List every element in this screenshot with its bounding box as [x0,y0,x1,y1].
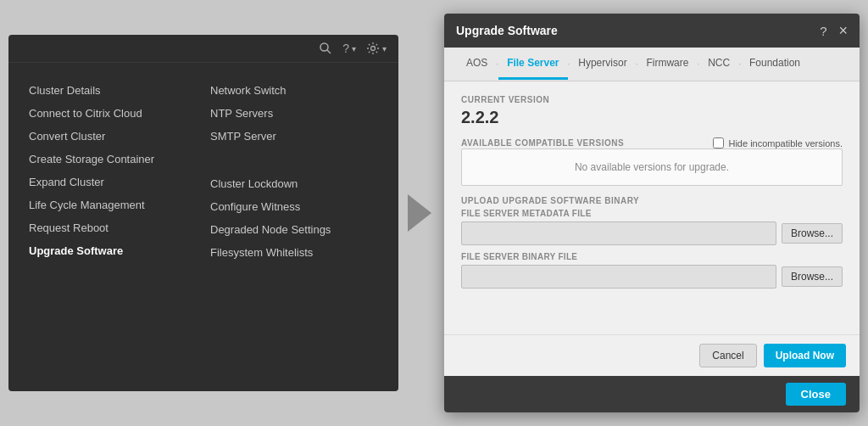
dialog-help-button[interactable]: ? [820,24,826,38]
upgrade-software-dialog: Upgrade Software ? × AOS · File Server ·… [444,14,860,412]
metadata-file-input-row: Browse... [461,221,843,245]
sidebar-toolbar: ? ▾ ▾ [8,35,398,63]
svg-point-0 [320,43,328,51]
tab-hypervisor[interactable]: Hypervisor [570,48,635,80]
dialog-close-button[interactable]: × [838,22,848,40]
menu-item-create-storage[interactable]: Create Storage Container [22,149,203,170]
hide-incompatible-text: Hide incompatible versions. [728,138,843,149]
menu-item-smtp-server[interactable]: SMTP Server [203,126,385,147]
menu-item-configure-witness[interactable]: Configure Witness [203,196,385,217]
close-button[interactable]: Close [786,383,846,406]
available-versions-section: AVAILABLE COMPATIBLE VERSIONS Hide incom… [461,137,843,186]
metadata-browse-button[interactable]: Browse... [782,223,843,244]
menu-item-degraded-node[interactable]: Degraded Node Settings [203,219,385,240]
current-version-section: CURRENT VERSION 2.2.2 [461,95,843,127]
right-arrow [408,194,431,232]
upload-now-button[interactable]: Upload Now [764,344,846,367]
binary-browse-button[interactable]: Browse... [782,266,843,287]
binary-file-input-row: Browse... [461,265,843,289]
metadata-file-label: FILE SERVER METADATA FILE [461,209,843,218]
dialog-header: Upgrade Software ? × [444,14,860,48]
tab-ncc[interactable]: NCC [699,48,738,80]
metadata-file-input[interactable] [461,221,776,245]
cancel-button[interactable]: Cancel [699,344,756,367]
binary-file-input[interactable] [461,265,776,289]
arrow-indicator [398,35,441,391]
menu-item-upgrade-software[interactable]: Upgrade Software [22,240,203,261]
no-versions-text: No available versions for upgrade. [575,161,729,173]
metadata-file-group: FILE SERVER METADATA FILE Browse... [461,209,843,245]
help-icon[interactable]: ? ▾ [342,42,356,55]
current-version-value: 2.2.2 [461,108,843,127]
hide-incompatible-input[interactable] [713,137,724,149]
menu-item-connect-citrix[interactable]: Connect to Citrix Cloud [22,103,203,124]
dialog-body: CURRENT VERSION 2.2.2 AVAILABLE COMPATIB… [444,81,860,334]
sidebar-menu: ? ▾ ▾ Cluster Details Connect to Citrix … [8,35,398,391]
no-versions-box: No available versions for upgrade. [461,149,843,186]
search-icon[interactable] [319,42,332,55]
svg-point-2 [371,47,376,51]
current-version-label: CURRENT VERSION [461,95,843,104]
menu-item-cluster-lockdown[interactable]: Cluster Lockdown [203,173,385,194]
menu-item-expand-cluster[interactable]: Expand Cluster [22,171,203,193]
tab-file-server[interactable]: File Server [498,48,567,80]
menu-item-convert-cluster[interactable]: Convert Cluster [22,126,203,147]
menu-item-placeholder [203,149,385,171]
svg-line-1 [327,50,331,53]
menu-col-right: Network Switch NTP Servers SMTP Server C… [203,80,385,374]
menu-item-filesystem[interactable]: Filesystem Whitelists [203,242,385,263]
menu-item-network-switch[interactable]: Network Switch [203,80,385,101]
tab-aos[interactable]: AOS [458,48,496,80]
hide-incompatible-checkbox[interactable]: Hide incompatible versions. [713,137,843,149]
dialog-footer: Cancel Upload Now [444,334,860,376]
menu-item-request-reboot[interactable]: Request Reboot [22,217,203,238]
tab-firmware[interactable]: Firmware [637,48,697,80]
dialog-header-icons: ? × [820,22,848,40]
dialog-title: Upgrade Software [456,24,820,37]
upload-section: UPLOAD UPGRADE SOFTWARE BINARY FILE SERV… [461,196,843,289]
upload-label: UPLOAD UPGRADE SOFTWARE BINARY [461,196,843,205]
dialog-bottom-bar: Close [444,376,860,412]
settings-icon[interactable]: ▾ [366,42,387,55]
compatible-header: AVAILABLE COMPATIBLE VERSIONS Hide incom… [461,137,843,149]
binary-file-group: FILE SERVER BINARY FILE Browse... [461,252,843,289]
menu-item-lifecycle[interactable]: Life Cycle Management [22,194,203,216]
binary-file-label: FILE SERVER BINARY FILE [461,252,843,261]
dialog-tabs: AOS · File Server · Hypervisor · Firmwar… [444,48,860,81]
sidebar-menu-items: Cluster Details Connect to Citrix Cloud … [8,63,398,391]
available-versions-label: AVAILABLE COMPATIBLE VERSIONS [461,138,624,148]
menu-col-left: Cluster Details Connect to Citrix Cloud … [22,80,203,374]
menu-item-cluster-details[interactable]: Cluster Details [22,80,203,101]
menu-item-ntp-servers[interactable]: NTP Servers [203,103,385,124]
tab-foundation[interactable]: Foundation [741,48,809,80]
